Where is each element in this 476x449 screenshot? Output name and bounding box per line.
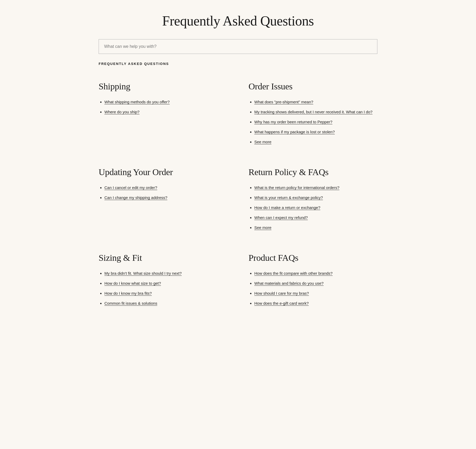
faq-link-shipping-1[interactable]: Where do you ship?: [104, 110, 139, 114]
list-item: My bra didn't fit. What size should I tr…: [104, 270, 227, 277]
search-container: [99, 39, 377, 54]
list-item: What shipping methods do you offer?: [104, 99, 227, 105]
section-list-return-policy: What is the return policy for internatio…: [249, 185, 377, 231]
search-input[interactable]: [99, 39, 377, 54]
list-item: How should I care for my bras?: [254, 290, 377, 297]
section-title-product-faqs: Product FAQs: [249, 253, 377, 263]
faq-link-product-faqs-0[interactable]: How does the fit compare with other bran…: [254, 271, 333, 275]
section-title-sizing-fit: Sizing & Fit: [99, 253, 227, 263]
faq-link-product-faqs-3[interactable]: How does the e-gift card work?: [254, 301, 309, 305]
list-item: How do I know what size to get?: [104, 280, 227, 287]
section-title-shipping: Shipping: [99, 81, 227, 91]
list-item: See more: [254, 224, 377, 231]
list-item: Can I cancel or edit my order?: [104, 185, 227, 191]
list-item: How does the e-gift card work?: [254, 300, 377, 307]
faq-grid: ShippingWhat shipping methods do you off…: [99, 74, 377, 321]
faq-link-updating-order-0[interactable]: Can I cancel or edit my order?: [104, 185, 157, 190]
faq-section-order-issues: Order IssuesWhat does "pre-shipment" mea…: [238, 74, 377, 159]
section-list-sizing-fit: My bra didn't fit. What size should I tr…: [99, 270, 227, 307]
page-title: Frequently Asked Questions: [16, 0, 460, 39]
faq-link-sizing-fit-2[interactable]: How do I know my bra fits?: [104, 291, 152, 295]
section-title-order-issues: Order Issues: [249, 81, 377, 91]
list-item: When can I expect my refund?: [254, 215, 377, 221]
faq-section-return-policy: Return Policy & FAQsWhat is the return p…: [238, 159, 377, 245]
list-item: What happens if my package is lost or st…: [254, 129, 377, 135]
faq-link-product-faqs-2[interactable]: How should I care for my bras?: [254, 291, 309, 295]
faq-link-order-issues-4[interactable]: See more: [254, 140, 271, 144]
section-list-order-issues: What does "pre-shipment" mean?My trackin…: [249, 99, 377, 145]
faq-link-sizing-fit-0[interactable]: My bra didn't fit. What size should I tr…: [104, 271, 182, 275]
faq-section-product-faqs: Product FAQsHow does the fit compare wit…: [238, 245, 377, 321]
list-item: How do I make a return or exchange?: [254, 205, 377, 211]
list-item: How does the fit compare with other bran…: [254, 270, 377, 277]
faq-link-return-policy-1[interactable]: What is your return & exchange policy?: [254, 195, 323, 200]
section-title-return-policy: Return Policy & FAQs: [249, 167, 377, 177]
section-list-updating-order: Can I cancel or edit my order?Can I chan…: [99, 185, 227, 201]
list-item: My tracking shows delivered, but I never…: [254, 109, 377, 115]
section-list-product-faqs: How does the fit compare with other bran…: [249, 270, 377, 307]
list-item: Where do you ship?: [104, 109, 227, 115]
list-item: How do I know my bra fits?: [104, 290, 227, 297]
faq-section-updating-order: Updating Your OrderCan I cancel or edit …: [99, 159, 238, 245]
faq-link-order-issues-1[interactable]: My tracking shows delivered, but I never…: [254, 110, 372, 114]
faq-link-return-policy-3[interactable]: When can I expect my refund?: [254, 215, 308, 220]
faq-link-updating-order-1[interactable]: Can I change my shipping address?: [104, 195, 167, 200]
faq-link-order-issues-2[interactable]: Why has my order been returned to Pepper…: [254, 120, 332, 124]
faq-link-shipping-0[interactable]: What shipping methods do you offer?: [104, 100, 170, 104]
faq-link-sizing-fit-1[interactable]: How do I know what size to get?: [104, 281, 161, 285]
faq-link-product-faqs-1[interactable]: What materials and fabrics do you use?: [254, 281, 323, 285]
section-title-updating-order: Updating Your Order: [99, 167, 227, 177]
faq-link-return-policy-4[interactable]: See more: [254, 225, 271, 230]
list-item: What does "pre-shipment" mean?: [254, 99, 377, 105]
faq-link-sizing-fit-3[interactable]: Common fit issues & solutions: [104, 301, 157, 305]
faq-link-order-issues-0[interactable]: What does "pre-shipment" mean?: [254, 100, 313, 104]
list-item: What is your return & exchange policy?: [254, 195, 377, 201]
faq-section-sizing-fit: Sizing & FitMy bra didn't fit. What size…: [99, 245, 238, 321]
faq-link-order-issues-3[interactable]: What happens if my package is lost or st…: [254, 130, 335, 134]
faq-section-shipping: ShippingWhat shipping methods do you off…: [99, 74, 238, 159]
section-label: FREQUENTLY ASKED QUESTIONS: [99, 62, 377, 66]
list-item: What materials and fabrics do you use?: [254, 280, 377, 287]
list-item: Common fit issues & solutions: [104, 300, 227, 307]
list-item: Why has my order been returned to Pepper…: [254, 119, 377, 125]
faq-link-return-policy-2[interactable]: How do I make a return or exchange?: [254, 205, 320, 210]
list-item: See more: [254, 139, 377, 145]
list-item: What is the return policy for internatio…: [254, 185, 377, 191]
faq-link-return-policy-0[interactable]: What is the return policy for internatio…: [254, 185, 340, 190]
list-item: Can I change my shipping address?: [104, 195, 227, 201]
section-list-shipping: What shipping methods do you offer?Where…: [99, 99, 227, 115]
